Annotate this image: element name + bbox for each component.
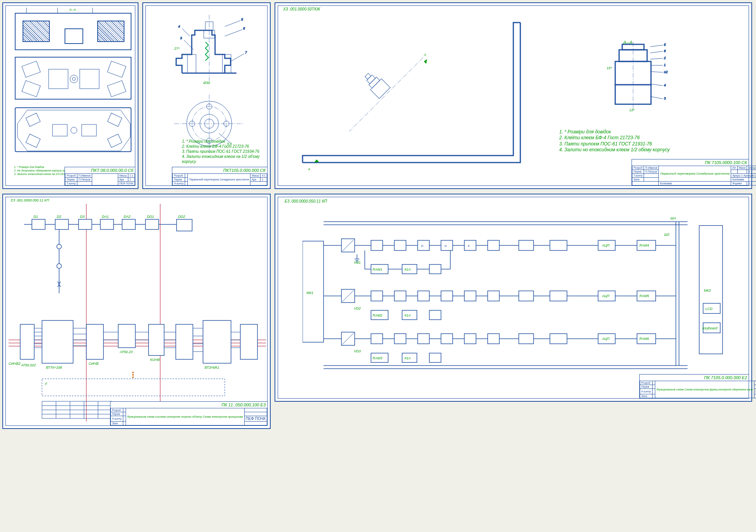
svg-rect-203 [418,291,429,301]
title-block-b: ПКТ105.0.000.000 СК РозробПервинний пере… [172,167,268,186]
svg-rect-105 [118,324,135,348]
svg-rect-155 [699,226,723,354]
svg-text:ВТ76+108: ВТ76+108 [46,366,62,369]
note: 2. Клеїти клеєм БФ-4 Гост 21723-76 [559,135,670,141]
svg-point-98 [57,244,61,249]
svg-text:LCD: LCD [705,307,713,311]
motor-right [97,21,124,42]
svg-text:RAM2: RAM2 [373,313,382,317]
svg-point-144 [132,374,134,376]
svg-rect-205 [464,291,476,301]
svg-rect-204 [441,291,453,301]
svg-text:Keyboard: Keyboard [702,326,718,330]
svg-text:н2: н2 [664,70,668,74]
note: 4. Залити епоксидним клеєм на 1/2 об'єму… [182,154,270,164]
svg-text:DD2: DD2 [178,215,185,219]
svg-text:#1А: #1А [404,313,411,317]
svg-text:5: 5 [664,43,666,47]
svg-text:А: А [308,167,310,171]
note: 2. Клеїти клеєм БФ-4 Гост 21723-76 [182,144,270,149]
sidecode-c: ХЗ .001.0000.50ТКЖ [283,7,320,11]
svg-text:АТ56.23: АТ56.23 [119,350,133,354]
svg-text:МК1: МК1 [306,291,313,295]
svg-rect-17 [82,124,96,136]
svg-line-28 [182,28,190,36]
docnum-b: ПКТ105.0.000.000 СК [172,167,267,173]
svg-text:3: 3 [180,36,182,40]
svg-rect-193 [429,264,441,274]
svg-marker-11 [18,110,130,151]
svg-point-9 [70,75,78,83]
svg-text:RAM4: RAM4 [639,243,649,247]
svg-text:DA2: DA2 [124,215,131,219]
svg-text:6: 6 [664,49,666,53]
svg-rect-170 [394,240,406,250]
svg-rect-208 [550,291,567,301]
svg-text:VD3: VD3 [354,349,361,353]
svg-text:К: К [468,244,470,248]
svg-text:АЦП: АЦП [602,337,610,341]
note: 1. * Розміри для довідок [559,129,670,135]
svg-text:6: 6 [243,26,245,30]
svg-text:АЦП: АЦП [602,243,610,247]
svg-text:D2: D2 [57,215,61,219]
docnum-e: ПК 7105.0.000.000 Е2 [640,374,749,381]
note: 4. Залити но епоксидним клеєм 1/2 обєму … [559,147,670,153]
svg-line-43 [349,58,423,131]
docnum-d: ПК 11 .050.000.100 Е3 [110,402,267,408]
svg-rect-45 [369,77,380,88]
dim-w: Ø30 [203,81,210,85]
svg-rect-77 [55,219,68,229]
svg-rect-201 [371,291,383,301]
svg-text:15*: 15* [607,66,612,70]
svg-text:VD2: VD2 [354,306,361,310]
svg-line-24 [225,30,242,36]
svg-text:D3: D3 [80,215,85,219]
svg-point-145 [132,376,134,378]
svg-rect-109 [240,324,257,359]
top-housing [15,13,131,50]
note: 1. * Розміри для довідок [182,139,270,144]
svg-rect-81 [145,219,159,229]
svg-text:ША: ША [670,216,676,220]
callout-lines-top [15,7,131,15]
svg-text:1: 1 [664,63,666,67]
notes-b: 1. * Розміри для довідок 2. Клеїти клеєм… [182,139,270,164]
svg-point-99 [57,264,61,268]
bottom-layout [15,107,131,152]
svg-rect-80 [122,219,135,229]
svg-rect-225 [429,310,441,320]
title-block-e: ПК 7105.0.000.000 Е2 РозробФункціональна… [639,374,749,399]
docnum-c: ПК 7105.0000.100 СК [632,159,749,166]
svg-text:12*: 12* [629,108,635,112]
sidecode-e: Е3 .000.0000.050.11 КП [285,199,327,203]
svg-rect-76 [32,219,45,229]
svg-point-143 [132,372,134,373]
svg-rect-234 [550,334,567,344]
svg-line-55 [650,45,663,47]
notes-c: 1. * Розміри для довідок 2. Клеїти клеєм… [559,129,670,153]
svg-text:4: 4 [664,83,666,87]
svg-line-67 [650,96,663,99]
svg-point-18 [71,127,77,133]
svg-rect-171 [418,240,429,250]
sidecode-d: Е3 .001.0000.050.11 КП [11,198,49,202]
svg-rect-4 [22,80,40,97]
svg-rect-14 [107,113,122,126]
dim-h: 27* [174,47,180,51]
sheet-c-corner-assembly: ХЗ .001.0000.50ТКЖ А А [275,2,752,189]
svg-line-59 [650,58,663,59]
svg-rect-174 [488,240,499,250]
svg-text:5: 5 [241,18,243,21]
svg-rect-233 [519,334,534,344]
svg-text:Ш2: Ш2 [664,233,669,236]
svg-rect-102 [20,324,34,359]
svg-rect-103 [42,320,73,363]
block-diagram: МК1 МК2 LCD Keyboard ША Ш2 VD1 VD2 VD3 R… [303,210,730,381]
svg-rect-228 [394,334,406,344]
motor-left [23,21,50,42]
svg-rect-44 [371,79,390,99]
svg-rect-231 [464,334,476,344]
svg-text:3: 3 [664,96,666,100]
bracket-view: А А [291,19,532,174]
